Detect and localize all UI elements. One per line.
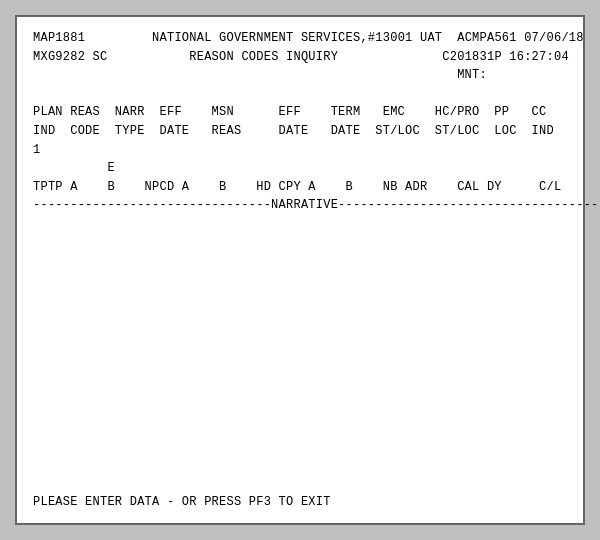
spacer4 xyxy=(85,50,92,64)
blank1 xyxy=(33,85,567,104)
spacer5 xyxy=(107,50,189,64)
inquiry-label: REASON CODES INQUIRY xyxy=(189,50,338,64)
spacer-mnt xyxy=(33,68,457,82)
header-line1: MAP1881 NATIONAL GOVERNMENT SERVICES,#13… xyxy=(33,29,567,48)
mnt-label: MNT: xyxy=(457,68,487,82)
time: 16:27:04 xyxy=(509,50,569,64)
date1: 07/06/18 xyxy=(524,31,584,45)
mxg-id: MXG9282 xyxy=(33,50,85,64)
bottom-message: PLEASE ENTER DATA - OR PRESS PF3 TO EXIT xyxy=(33,495,331,509)
spacer6 xyxy=(338,50,442,64)
col-header1: PLAN REAS NARR EFF MSN EFF TERM EMC HC/P… xyxy=(33,103,567,122)
col-header2: IND CODE TYPE DATE REAS DATE DATE ST/LOC… xyxy=(33,122,567,141)
data-row-2: TPTP A B NPCD A B HD CPY A B NB ADR CAL … xyxy=(33,178,567,197)
mnt-line: MNT: xyxy=(33,66,567,85)
title: NATIONAL GOVERNMENT SERVICES,#13001 UAT xyxy=(152,31,442,45)
header-line2: MXG9282 SC REASON CODES INQUIRY C201831P… xyxy=(33,48,567,67)
data-row-1b: E xyxy=(33,159,567,178)
spacer1 xyxy=(85,31,152,45)
acm-id: ACMPA561 xyxy=(457,31,517,45)
terminal-window: MAP1881 NATIONAL GOVERNMENT SERVICES,#13… xyxy=(15,15,585,525)
sc: SC xyxy=(93,50,108,64)
data-row-1a: 1 xyxy=(33,141,567,160)
map-id: MAP1881 xyxy=(33,31,85,45)
c-id: C201831P xyxy=(442,50,502,64)
narrative-divider: --------------------------------NARRATIV… xyxy=(33,196,567,215)
spacer2 xyxy=(442,31,457,45)
